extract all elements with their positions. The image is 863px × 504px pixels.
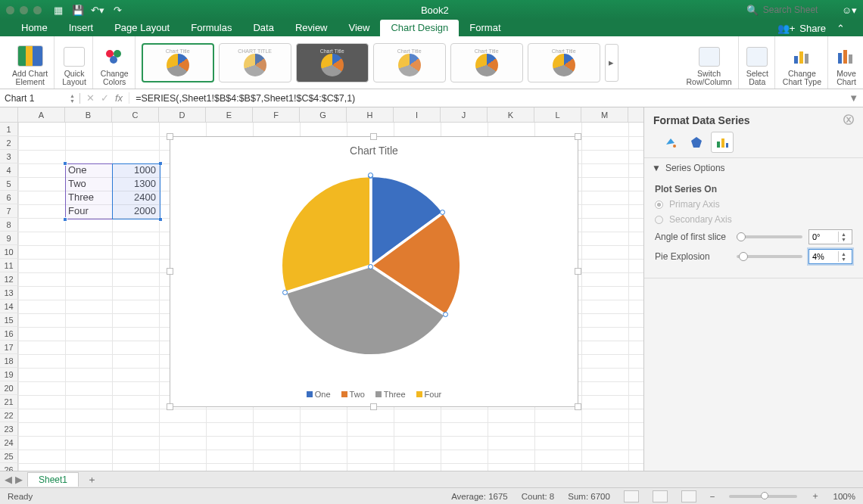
menu-page-layout[interactable]: Page Layout xyxy=(104,20,180,36)
row-header[interactable]: 24 xyxy=(0,436,18,450)
legend-item[interactable]: Two xyxy=(341,390,365,399)
change-chart-type-button[interactable]: Change Chart Type xyxy=(777,36,828,89)
menu-review[interactable]: Review xyxy=(285,20,338,36)
zoom-in-icon[interactable]: ＋ xyxy=(811,490,820,502)
menu-home[interactable]: Home xyxy=(11,20,58,36)
column-header[interactable]: J xyxy=(441,107,488,122)
autosave-icon[interactable]: ▦ xyxy=(52,4,64,16)
angle-spinbox[interactable]: ▲▼ xyxy=(808,229,852,244)
chart-title[interactable]: Chart Title xyxy=(170,145,578,157)
row-header[interactable]: 20 xyxy=(0,381,18,395)
effects-tab-icon[interactable] xyxy=(685,132,708,153)
row-header[interactable]: 13 xyxy=(0,286,18,300)
chart-resize-handle[interactable] xyxy=(167,268,173,275)
row-header[interactable]: 4 xyxy=(0,163,18,177)
row-header[interactable]: 9 xyxy=(0,232,18,245)
chart-resize-handle[interactable] xyxy=(370,403,377,410)
row-header[interactable]: 21 xyxy=(0,395,18,409)
legend-item[interactable]: Three xyxy=(375,390,406,399)
row-header[interactable]: 25 xyxy=(0,450,18,463)
nav-next-icon[interactable]: ▶ xyxy=(15,474,23,485)
chart-style-5[interactable]: Chart Title xyxy=(450,43,523,82)
column-header[interactable]: D xyxy=(159,107,206,122)
column-header[interactable]: F xyxy=(253,107,300,122)
name-box[interactable]: Chart 1 ▲▼ xyxy=(0,93,80,104)
zoom-slider[interactable] xyxy=(729,495,797,498)
legend-item[interactable]: Four xyxy=(416,390,442,399)
menu-formulas[interactable]: Formulas xyxy=(180,20,242,36)
search-input[interactable] xyxy=(763,5,831,15)
worksheet[interactable]: ABCDEFGHIJKLM One1000Two1300Three2400Fou… xyxy=(0,107,643,471)
chart-resize-handle[interactable] xyxy=(575,268,581,275)
chart-style-6[interactable]: Chart Title xyxy=(528,43,600,82)
share-button[interactable]: 👥+Share⌃ xyxy=(770,20,852,36)
cancel-formula-icon[interactable]: ✕ xyxy=(86,92,95,104)
menu-format[interactable]: Format xyxy=(459,20,511,36)
chart-styles-more-icon[interactable]: ▸ xyxy=(605,44,618,82)
column-header[interactable]: G xyxy=(300,107,347,122)
row-header[interactable]: 26 xyxy=(0,463,18,471)
row-header[interactable]: 8 xyxy=(0,218,18,232)
row-header[interactable]: 10 xyxy=(0,245,18,259)
user-icon[interactable]: ☺▾ xyxy=(842,5,857,16)
quick-layout-button[interactable]: Quick Layout xyxy=(56,36,93,89)
row-header[interactable]: 23 xyxy=(0,422,18,436)
fx-icon[interactable]: fx xyxy=(115,92,123,104)
series-options-tab-icon[interactable] xyxy=(711,132,734,153)
save-icon[interactable]: 💾 xyxy=(72,4,84,16)
row-header[interactable]: 11 xyxy=(0,259,18,272)
row-header[interactable]: 17 xyxy=(0,341,18,354)
chart-resize-handle[interactable] xyxy=(575,403,581,410)
search-sheet[interactable]: 🔍 xyxy=(746,5,831,16)
explosion-slider[interactable] xyxy=(737,255,802,258)
page-layout-view-button[interactable] xyxy=(653,490,668,502)
chart-object[interactable]: Chart Title OneTwoThreeFour xyxy=(170,136,578,407)
row-header[interactable]: 2 xyxy=(0,136,18,150)
row-header[interactable]: 16 xyxy=(0,327,18,341)
chart-style-2[interactable]: CHART TITLE xyxy=(219,43,291,82)
move-chart-button[interactable]: Move Chart xyxy=(830,36,863,89)
add-sheet-button[interactable]: ＋ xyxy=(83,473,100,487)
menu-view[interactable]: View xyxy=(338,20,381,36)
fill-line-tab-icon[interactable] xyxy=(659,132,682,153)
nav-prev-icon[interactable]: ◀ xyxy=(5,474,12,485)
selection-handle[interactable] xyxy=(63,217,67,222)
chart-resize-handle[interactable] xyxy=(167,403,173,410)
chart-resize-handle[interactable] xyxy=(575,133,581,140)
column-header[interactable]: H xyxy=(347,107,394,122)
zoom-window-icon[interactable] xyxy=(33,6,42,14)
row-header[interactable]: 3 xyxy=(0,150,18,163)
row-header[interactable]: 1 xyxy=(0,123,18,136)
expand-formula-bar-icon[interactable]: ▼ xyxy=(844,92,863,104)
select-all-corner[interactable] xyxy=(0,107,18,122)
add-chart-element-button[interactable]: Add Chart Element xyxy=(6,36,55,89)
select-data-button[interactable]: Select Data xyxy=(740,36,775,89)
menu-insert[interactable]: Insert xyxy=(58,20,104,36)
legend-item[interactable]: One xyxy=(307,390,331,399)
row-header[interactable]: 18 xyxy=(0,354,18,368)
accept-formula-icon[interactable]: ✓ xyxy=(101,92,109,104)
row-header[interactable]: 19 xyxy=(0,368,18,381)
chart-legend[interactable]: OneTwoThreeFour xyxy=(170,390,578,399)
zoom-level[interactable]: 100% xyxy=(833,492,855,501)
pie-selection-handle[interactable] xyxy=(368,264,373,269)
row-header[interactable]: 5 xyxy=(0,177,18,191)
selection-handle[interactable] xyxy=(63,161,67,166)
chart-style-1[interactable]: Chart Title xyxy=(142,43,214,82)
explosion-spinbox[interactable]: ▲▼ xyxy=(808,249,852,264)
series-options-section[interactable]: ▼Series Options xyxy=(644,158,863,178)
column-header[interactable]: A xyxy=(18,107,65,122)
row-header[interactable]: 15 xyxy=(0,313,18,327)
switch-row-column-button[interactable]: Switch Row/Column xyxy=(681,36,739,89)
chart-resize-handle[interactable] xyxy=(167,133,173,140)
formula-input[interactable]: =SERIES(,Sheet1!$B$4:$B$7,Sheet1!$C$4:$C… xyxy=(129,93,844,104)
row-header[interactable]: 14 xyxy=(0,300,18,313)
column-header[interactable]: C xyxy=(112,107,159,122)
menu-chart-design[interactable]: Chart Design xyxy=(380,20,459,36)
chart-style-4[interactable]: Chart Title xyxy=(373,43,446,82)
column-header[interactable]: L xyxy=(534,107,581,122)
row-header[interactable]: 7 xyxy=(0,204,18,218)
redo-icon[interactable]: ↷ xyxy=(111,4,123,16)
row-header[interactable]: 22 xyxy=(0,409,18,422)
undo-icon[interactable]: ↶▾ xyxy=(92,4,104,16)
